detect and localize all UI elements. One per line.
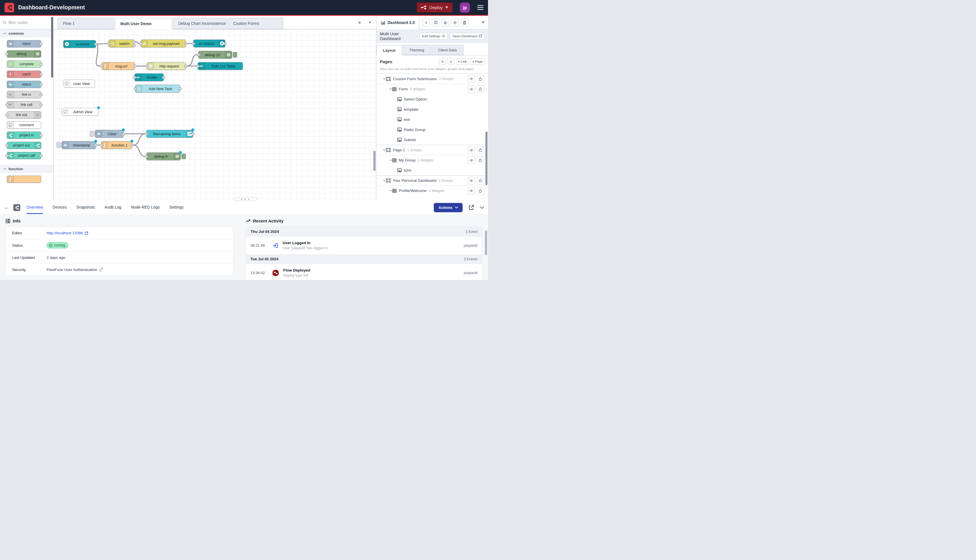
node-profile[interactable]: </>Profile — [134, 73, 164, 81]
tree-item-form[interactable]: form — [377, 165, 488, 175]
palette-node-project-call[interactable]: project call — [7, 152, 41, 159]
palette-node-link-out[interactable]: link out — [7, 111, 41, 118]
editor-url-link[interactable]: http://localhost:12086 — [47, 231, 83, 235]
input-port[interactable] — [196, 65, 199, 67]
flow-tab-custom-forms[interactable]: Custom Forms — [228, 18, 283, 29]
node-remaining-items[interactable]: Remaining Items — [146, 130, 193, 138]
node-msg-url[interactable]: fmsg.url — [102, 62, 135, 70]
output-port[interactable] — [94, 144, 97, 147]
tree-item-my-group[interactable]: My Group1 Widgets — [377, 155, 488, 165]
input-port[interactable] — [100, 65, 103, 67]
output-port[interactable] — [40, 43, 43, 45]
palette-node-inject[interactable]: inject — [7, 40, 41, 47]
debug-10-button[interactable] — [233, 52, 237, 58]
input-port[interactable] — [145, 155, 148, 158]
palette-node-link-call[interactable]: link call — [7, 101, 41, 108]
visibility-toggle[interactable] — [468, 157, 475, 164]
output-port[interactable] — [184, 42, 187, 45]
visibility-toggle[interactable] — [468, 85, 475, 93]
page-scrollbar[interactable] — [485, 230, 487, 255]
output-port[interactable] — [133, 44, 136, 47]
tree-item-your-personal-dashboard[interactable]: Your Personal Dashboard3 Groups — [377, 175, 488, 185]
output-port[interactable] — [224, 42, 227, 45]
debug-bug-icon[interactable] — [441, 18, 449, 26]
palette-category-function[interactable]: function — [0, 165, 53, 173]
output-port[interactable] — [162, 76, 165, 79]
user-avatar[interactable]: jp — [460, 3, 470, 13]
lock-toggle[interactable] — [477, 157, 484, 164]
visibility-toggle[interactable] — [468, 147, 475, 154]
visibility-toggle[interactable] — [468, 177, 475, 184]
tree-item-submit[interactable]: Submit — [377, 135, 488, 145]
palette-node-project-in[interactable]: project in — [7, 132, 41, 139]
output-port[interactable] — [133, 41, 136, 43]
add-link-button[interactable]: +Link — [456, 58, 469, 65]
tree-item-page-1[interactable]: Page 11 Groups — [377, 145, 488, 155]
flow-canvas[interactable]: ui-eventswitchset msg.payloadui controld… — [53, 29, 376, 201]
input-port[interactable] — [145, 133, 148, 135]
comment-user-view[interactable]: User View — [63, 80, 95, 88]
palette-node-comment[interactable]: comment — [7, 122, 41, 129]
flow-tab-debug-chart-inconsistence-s[interactable]: Debug Chart Inconsistence S — [173, 18, 227, 29]
input-port[interactable] — [133, 76, 136, 79]
add-page-button[interactable]: +Page — [470, 58, 485, 65]
tab-client-data[interactable]: Client Data — [432, 45, 464, 55]
edit-settings-button[interactable]: Edit Settings — [420, 33, 448, 40]
node-ui-event[interactable]: ui-event — [63, 40, 96, 48]
flow-tab-multi-user-demo[interactable]: Multi User Demo — [115, 18, 172, 29]
move-up-button[interactable] — [439, 58, 446, 65]
tree-item-text[interactable]: text — [377, 114, 488, 125]
node-debug-9[interactable]: debug 9 — [146, 152, 181, 160]
node-http-request[interactable]: http request — [147, 62, 186, 70]
timestamp-button[interactable] — [57, 142, 61, 148]
flowfuse-logo-icon[interactable] — [5, 3, 14, 12]
node-debug-10[interactable]: debug 10 — [198, 51, 232, 59]
lock-toggle[interactable] — [477, 147, 484, 154]
tree-item-template[interactable]: template — [377, 104, 488, 114]
sidebar-scrollbar[interactable] — [485, 132, 487, 185]
output-port[interactable] — [40, 103, 43, 106]
instance-tab-audit-log[interactable]: Audit Log — [105, 201, 121, 214]
input-port[interactable] — [133, 88, 137, 90]
comment-admin-view[interactable]: Admin View — [62, 108, 99, 116]
flow-list-caret-icon[interactable] — [369, 22, 371, 23]
output-port[interactable] — [122, 133, 125, 135]
output-port[interactable] — [40, 73, 43, 76]
palette-node-link-in[interactable]: link in — [7, 91, 41, 98]
node-timestamp[interactable]: timestamp — [62, 141, 96, 149]
open-dashboard-button[interactable]: Open Dashboard — [450, 33, 485, 40]
tree-item-custom-form-submission[interactable]: Custom Form Submission1 Groups — [377, 74, 488, 84]
deploy-caret-icon[interactable] — [445, 7, 448, 8]
input-port[interactable] — [5, 114, 8, 116]
info-tab-button[interactable]: i — [422, 18, 430, 26]
tab-layout[interactable]: Layout — [377, 45, 402, 55]
input-port[interactable] — [107, 42, 110, 45]
output-port[interactable] — [192, 133, 195, 135]
tab-theming[interactable]: Theming — [403, 45, 430, 55]
palette-search[interactable]: filter nodes — [0, 16, 53, 29]
instance-tab-node-red-logs[interactable]: Node-RED Logs — [131, 201, 160, 214]
collapse-panel-icon[interactable] — [480, 206, 484, 209]
palette-scrollbar[interactable] — [51, 17, 53, 78]
node-add-new-task[interactable]: Add New Task — [135, 85, 180, 93]
lock-toggle[interactable] — [477, 85, 484, 93]
gear-icon[interactable] — [451, 18, 459, 26]
palette-node-catch[interactable]: !catch — [7, 70, 41, 78]
node-switch[interactable]: switch — [108, 40, 134, 47]
flow-tab-flow-1[interactable]: Flow 1 — [58, 18, 114, 29]
output-port[interactable] — [179, 88, 182, 90]
output-port[interactable] — [40, 134, 43, 137]
output-port[interactable] — [133, 65, 137, 67]
palette-node-status[interactable]: status — [7, 81, 41, 88]
tree-item-profile-welcome[interactable]: Profile/Welcome2 Widgets — [377, 185, 488, 196]
palette-node-debug[interactable]: debug — [7, 50, 41, 58]
node-function-1[interactable]: ffunction 1 — [101, 141, 132, 149]
add-flow-button[interactable]: + — [358, 20, 361, 25]
debug-9-button[interactable] — [181, 153, 186, 159]
palette-category-common[interactable]: common — [0, 29, 53, 37]
node-set-msg-payload[interactable]: set msg.payload — [141, 40, 186, 47]
tree-item-select-option[interactable]: Select Option: — [377, 94, 488, 104]
node-ui-control[interactable]: ui control — [193, 40, 225, 47]
input-port[interactable] — [192, 42, 195, 45]
input-port[interactable] — [197, 53, 200, 56]
